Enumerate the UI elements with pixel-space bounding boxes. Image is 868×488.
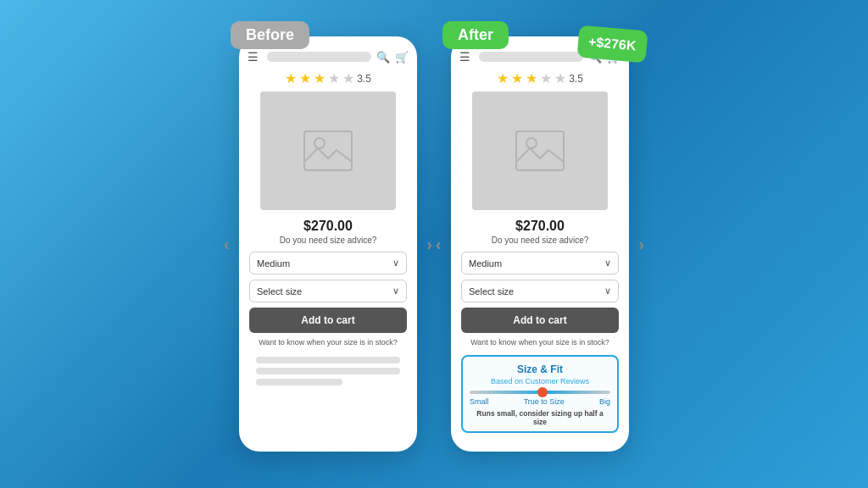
svg-rect-2	[516, 131, 564, 170]
after-dropdown-medium[interactable]: Medium ∨	[461, 252, 619, 274]
label-big: Big	[599, 397, 610, 406]
note-prefix: Runs	[476, 409, 497, 418]
note-bold: small	[497, 409, 515, 418]
size-fit-subtitle: Based on Customer Reviews	[470, 377, 610, 385]
star-3: ★	[314, 70, 326, 86]
after-rating: 3.5	[569, 73, 583, 85]
before-dropdown-medium[interactable]: Medium ∨	[249, 252, 407, 274]
before-badge: Before	[231, 21, 309, 49]
hamburger-icon[interactable]: ☰	[248, 50, 259, 64]
size-fit-note: Runs small, consider sizing up half a si…	[470, 409, 610, 426]
after-chevron-icon-1: ∨	[604, 258, 611, 269]
before-nav-icons: 🔍 🛒	[376, 51, 409, 64]
label-small: Small	[470, 397, 489, 406]
after-dropdown-size[interactable]: Select size ∨	[461, 280, 619, 302]
before-search-bar	[267, 52, 371, 62]
before-arrow-left[interactable]: ‹	[224, 235, 230, 254]
main-container: Before ☰ 🔍 🛒 ★ ★ ★ ★ ★ 3.5	[239, 36, 629, 452]
slider-labels: Small True to Size Big	[470, 397, 610, 406]
after-search-bar	[479, 52, 583, 62]
before-price: $270.00	[303, 219, 353, 234]
before-panel: Before ☰ 🔍 🛒 ★ ★ ★ ★ ★ 3.5	[239, 36, 417, 452]
svg-rect-0	[304, 131, 352, 170]
gray-line-3	[256, 379, 342, 385]
after-stock-text: Want to know when your size is in stock?	[470, 338, 609, 347]
star-4: ★	[328, 70, 340, 86]
after-size-advice: Do you need size advice?	[492, 236, 589, 245]
size-fit-slider[interactable]: Small True to Size Big	[470, 391, 610, 406]
after-chevron-icon-2: ∨	[604, 286, 611, 297]
star-1: ★	[285, 70, 297, 86]
star-5: ★	[342, 70, 354, 86]
after-star-1: ★	[497, 70, 509, 86]
before-phone: ☰ 🔍 🛒 ★ ★ ★ ★ ★ 3.5	[239, 36, 417, 452]
gray-line-1	[256, 357, 400, 363]
after-phone: ☰ 🔍 🛒 ★ ★ ★ ★ ★ 3.5	[451, 36, 629, 452]
size-fit-box: Size & Fit Based on Customer Reviews Sma…	[461, 355, 619, 433]
after-arrow-right[interactable]: ›	[638, 235, 644, 254]
svg-point-1	[314, 138, 325, 148]
upsell-badge: +$276K	[576, 25, 648, 64]
after-star-2: ★	[511, 70, 523, 86]
before-product-image	[260, 92, 396, 210]
after-star-4: ★	[540, 70, 552, 86]
before-stock-text: Want to know when your size is in stock?	[259, 338, 398, 347]
before-dropdown-size[interactable]: Select size ∨	[249, 280, 407, 302]
after-star-3: ★	[526, 70, 537, 86]
after-star-5: ★	[554, 70, 566, 86]
after-product-body: ★ ★ ★ ★ ★ 3.5 $270.00 Do you need size a…	[451, 67, 629, 440]
before-product-body: ★ ★ ★ ★ ★ 3.5 $270.00 Do you need size a…	[239, 67, 417, 440]
star-2: ★	[299, 70, 311, 86]
after-arrow-left[interactable]: ‹	[436, 235, 442, 254]
cart-icon[interactable]: 🛒	[395, 51, 409, 64]
after-product-image	[472, 92, 608, 210]
after-hamburger-icon[interactable]: ☰	[459, 50, 470, 64]
slider-track	[470, 391, 610, 394]
before-stars: ★ ★ ★ ★ ★ 3.5	[285, 70, 371, 86]
gray-line-2	[256, 368, 400, 374]
after-add-to-cart-button[interactable]: Add to cart	[461, 308, 619, 333]
svg-point-3	[526, 138, 537, 148]
before-arrow-right[interactable]: ›	[426, 235, 432, 254]
chevron-icon-1: ∨	[392, 258, 399, 269]
after-price: $270.00	[515, 219, 565, 234]
label-true-to-size: True to Size	[524, 397, 565, 406]
before-add-to-cart-button[interactable]: Add to cart	[249, 308, 407, 333]
search-icon[interactable]: 🔍	[376, 51, 390, 64]
note-suffix: , consider sizing up half a size	[515, 409, 604, 426]
slider-thumb	[537, 387, 548, 397]
before-rating: 3.5	[357, 73, 371, 85]
after-badge: After	[442, 21, 509, 49]
chevron-icon-2: ∨	[392, 286, 399, 297]
after-stars: ★ ★ ★ ★ ★ 3.5	[497, 70, 583, 86]
before-size-advice: Do you need size advice?	[280, 236, 377, 245]
after-panel: After +$276K ☰ 🔍 🛒 ★ ★ ★ ★ ★ 3	[451, 36, 629, 452]
size-fit-title: Size & Fit	[470, 363, 610, 375]
before-gray-lines	[249, 357, 407, 385]
